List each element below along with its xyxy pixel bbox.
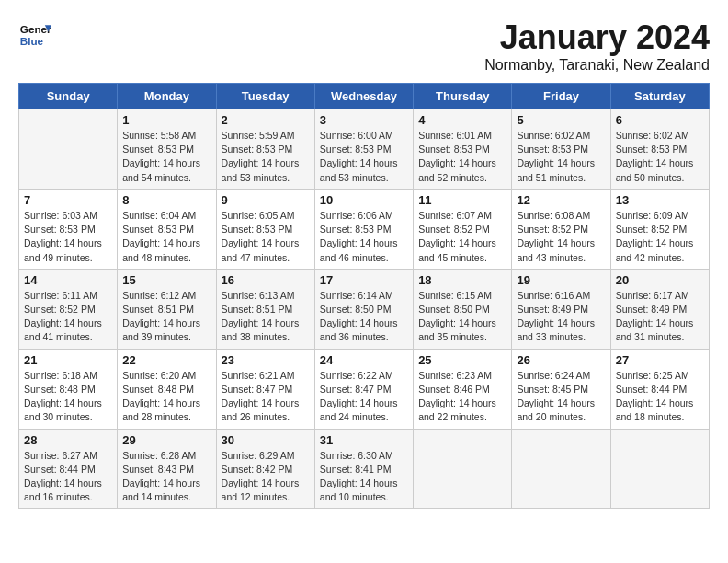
calendar-cell (19, 109, 118, 190)
calendar-cell: 1Sunrise: 5:58 AM Sunset: 8:53 PM Daylig… (118, 109, 216, 190)
day-info: Sunrise: 6:16 AM Sunset: 8:49 PM Dayligh… (517, 289, 605, 345)
day-info: Sunrise: 6:02 AM Sunset: 8:53 PM Dayligh… (517, 129, 605, 185)
logo: General Blue (18, 18, 51, 52)
day-info: Sunrise: 6:21 AM Sunset: 8:47 PM Dayligh… (222, 369, 310, 425)
day-number: 20 (616, 273, 704, 287)
day-number: 4 (418, 113, 506, 127)
day-info: Sunrise: 6:28 AM Sunset: 8:43 PM Dayligh… (122, 449, 210, 505)
day-header-thursday: Thursday (414, 84, 512, 109)
day-info: Sunrise: 6:25 AM Sunset: 8:44 PM Dayligh… (616, 369, 704, 425)
day-number: 1 (122, 113, 210, 127)
calendar-cell: 15Sunrise: 6:12 AM Sunset: 8:51 PM Dayli… (118, 269, 216, 349)
day-info: Sunrise: 6:04 AM Sunset: 8:53 PM Dayligh… (122, 209, 210, 265)
calendar-cell: 26Sunrise: 6:24 AM Sunset: 8:45 PM Dayli… (512, 349, 610, 429)
day-header-tuesday: Tuesday (216, 84, 314, 109)
calendar-cell: 24Sunrise: 6:22 AM Sunset: 8:47 PM Dayli… (314, 349, 413, 429)
calendar-cell: 17Sunrise: 6:14 AM Sunset: 8:50 PM Dayli… (314, 269, 413, 349)
day-header-saturday: Saturday (610, 84, 709, 109)
day-info: Sunrise: 6:17 AM Sunset: 8:49 PM Dayligh… (616, 289, 704, 345)
day-info: Sunrise: 6:07 AM Sunset: 8:52 PM Dayligh… (418, 209, 506, 265)
day-info: Sunrise: 6:29 AM Sunset: 8:42 PM Dayligh… (222, 449, 310, 505)
day-number: 7 (24, 193, 112, 207)
calendar-cell: 8Sunrise: 6:04 AM Sunset: 8:53 PM Daylig… (118, 189, 216, 269)
day-info: Sunrise: 6:18 AM Sunset: 8:48 PM Dayligh… (24, 369, 112, 425)
week-row-5: 28Sunrise: 6:27 AM Sunset: 8:44 PM Dayli… (19, 429, 710, 509)
svg-text:General: General (20, 23, 51, 35)
day-number: 10 (320, 193, 408, 207)
day-number: 23 (222, 353, 310, 367)
day-number: 18 (418, 273, 506, 287)
svg-text:Blue: Blue (20, 35, 44, 47)
calendar-cell: 25Sunrise: 6:23 AM Sunset: 8:46 PM Dayli… (414, 349, 512, 429)
day-info: Sunrise: 6:14 AM Sunset: 8:50 PM Dayligh… (320, 289, 408, 345)
day-number: 22 (122, 353, 210, 367)
day-number: 15 (122, 273, 210, 287)
day-info: Sunrise: 6:06 AM Sunset: 8:53 PM Dayligh… (320, 209, 408, 265)
calendar-cell: 27Sunrise: 6:25 AM Sunset: 8:44 PM Dayli… (610, 349, 709, 429)
day-number: 14 (24, 273, 112, 287)
day-number: 19 (517, 273, 605, 287)
day-number: 28 (24, 433, 112, 447)
day-number: 13 (616, 193, 704, 207)
day-info: Sunrise: 6:24 AM Sunset: 8:45 PM Dayligh… (517, 369, 605, 425)
calendar-cell: 29Sunrise: 6:28 AM Sunset: 8:43 PM Dayli… (118, 429, 216, 509)
day-number: 21 (24, 353, 112, 367)
calendar-cell: 20Sunrise: 6:17 AM Sunset: 8:49 PM Dayli… (610, 269, 709, 349)
calendar-cell: 13Sunrise: 6:09 AM Sunset: 8:52 PM Dayli… (610, 189, 709, 269)
calendar-cell: 12Sunrise: 6:08 AM Sunset: 8:52 PM Dayli… (512, 189, 610, 269)
calendar-cell: 23Sunrise: 6:21 AM Sunset: 8:47 PM Dayli… (216, 349, 314, 429)
day-info: Sunrise: 6:20 AM Sunset: 8:48 PM Dayligh… (122, 369, 210, 425)
day-info: Sunrise: 6:11 AM Sunset: 8:52 PM Dayligh… (24, 289, 112, 345)
calendar-cell: 6Sunrise: 6:02 AM Sunset: 8:53 PM Daylig… (610, 109, 709, 190)
calendar-cell: 18Sunrise: 6:15 AM Sunset: 8:50 PM Dayli… (414, 269, 512, 349)
day-info: Sunrise: 6:13 AM Sunset: 8:51 PM Dayligh… (222, 289, 310, 345)
calendar-table: SundayMondayTuesdayWednesdayThursdayFrid… (18, 83, 710, 509)
calendar-cell: 22Sunrise: 6:20 AM Sunset: 8:48 PM Dayli… (118, 349, 216, 429)
day-info: Sunrise: 6:23 AM Sunset: 8:46 PM Dayligh… (418, 369, 506, 425)
day-header-sunday: Sunday (19, 84, 118, 109)
day-header-wednesday: Wednesday (314, 84, 413, 109)
day-number: 24 (320, 353, 408, 367)
calendar-cell: 14Sunrise: 6:11 AM Sunset: 8:52 PM Dayli… (19, 269, 118, 349)
calendar-cell: 5Sunrise: 6:02 AM Sunset: 8:53 PM Daylig… (512, 109, 610, 190)
day-header-monday: Monday (118, 84, 216, 109)
day-number: 31 (320, 433, 408, 447)
day-info: Sunrise: 6:27 AM Sunset: 8:44 PM Dayligh… (24, 449, 112, 505)
day-info: Sunrise: 6:30 AM Sunset: 8:41 PM Dayligh… (320, 449, 408, 505)
day-number: 2 (222, 113, 310, 127)
calendar-cell: 28Sunrise: 6:27 AM Sunset: 8:44 PM Dayli… (19, 429, 118, 509)
title-area: January 2024 Normanby, Taranaki, New Zea… (484, 18, 710, 74)
calendar-cell: 21Sunrise: 6:18 AM Sunset: 8:48 PM Dayli… (19, 349, 118, 429)
calendar-cell: 7Sunrise: 6:03 AM Sunset: 8:53 PM Daylig… (19, 189, 118, 269)
calendar-cell: 16Sunrise: 6:13 AM Sunset: 8:51 PM Dayli… (216, 269, 314, 349)
calendar-cell: 3Sunrise: 6:00 AM Sunset: 8:53 PM Daylig… (314, 109, 413, 190)
logo-icon: General Blue (18, 18, 51, 52)
day-info: Sunrise: 6:02 AM Sunset: 8:53 PM Dayligh… (616, 129, 704, 185)
calendar-header-row: SundayMondayTuesdayWednesdayThursdayFrid… (19, 84, 710, 109)
day-number: 11 (418, 193, 506, 207)
calendar-cell: 2Sunrise: 5:59 AM Sunset: 8:53 PM Daylig… (216, 109, 314, 190)
calendar-title: January 2024 (484, 18, 710, 57)
calendar-cell: 11Sunrise: 6:07 AM Sunset: 8:52 PM Dayli… (414, 189, 512, 269)
day-number: 16 (222, 273, 310, 287)
day-number: 25 (418, 353, 506, 367)
page-header: General Blue January 2024 Normanby, Tara… (18, 18, 710, 74)
day-info: Sunrise: 6:12 AM Sunset: 8:51 PM Dayligh… (122, 289, 210, 345)
day-number: 29 (122, 433, 210, 447)
week-row-4: 21Sunrise: 6:18 AM Sunset: 8:48 PM Dayli… (19, 349, 710, 429)
day-number: 3 (320, 113, 408, 127)
day-header-friday: Friday (512, 84, 610, 109)
calendar-subtitle: Normanby, Taranaki, New Zealand (484, 57, 710, 74)
week-row-1: 1Sunrise: 5:58 AM Sunset: 8:53 PM Daylig… (19, 109, 710, 190)
week-row-2: 7Sunrise: 6:03 AM Sunset: 8:53 PM Daylig… (19, 189, 710, 269)
calendar-cell: 30Sunrise: 6:29 AM Sunset: 8:42 PM Dayli… (216, 429, 314, 509)
day-number: 26 (517, 353, 605, 367)
week-row-3: 14Sunrise: 6:11 AM Sunset: 8:52 PM Dayli… (19, 269, 710, 349)
day-number: 30 (222, 433, 310, 447)
day-info: Sunrise: 6:09 AM Sunset: 8:52 PM Dayligh… (616, 209, 704, 265)
day-info: Sunrise: 6:05 AM Sunset: 8:53 PM Dayligh… (222, 209, 310, 265)
day-info: Sunrise: 6:00 AM Sunset: 8:53 PM Dayligh… (320, 129, 408, 185)
calendar-body: 1Sunrise: 5:58 AM Sunset: 8:53 PM Daylig… (19, 109, 710, 509)
calendar-cell: 10Sunrise: 6:06 AM Sunset: 8:53 PM Dayli… (314, 189, 413, 269)
day-info: Sunrise: 6:15 AM Sunset: 8:50 PM Dayligh… (418, 289, 506, 345)
